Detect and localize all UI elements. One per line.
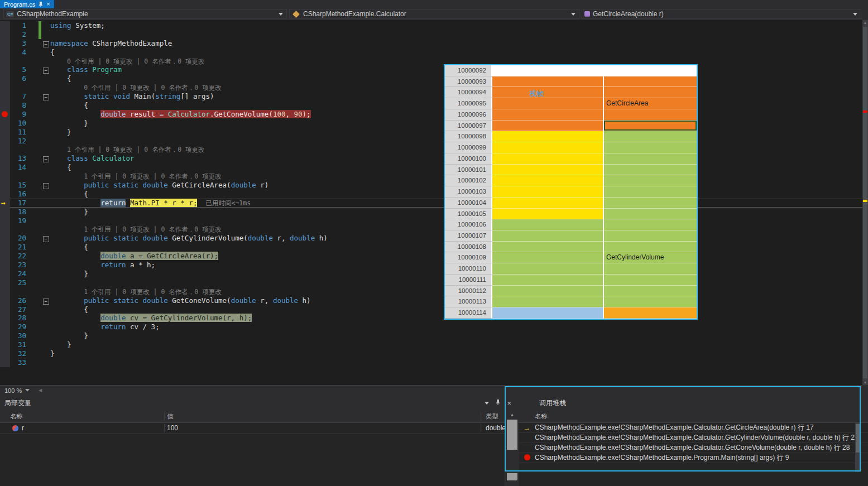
breakpoint-margin[interactable] xyxy=(0,57,10,66)
code-line[interactable]: 7− static void Main(string[] args) xyxy=(0,92,862,101)
breakpoint-margin[interactable] xyxy=(0,296,10,305)
codelens-text[interactable]: 1 个引用 | 0 项更改 | 0 名作者，0 项更改 xyxy=(67,146,204,153)
breakpoint-margin[interactable] xyxy=(0,261,10,270)
column-header-name[interactable]: 名称 xyxy=(535,412,548,421)
breakpoint-margin[interactable] xyxy=(0,208,10,216)
code-line[interactable]: 13− class Calculator xyxy=(0,154,862,163)
code-line[interactable]: 3−namespace CSharpMethodExample xyxy=(0,39,862,48)
scrollbar-thumb[interactable] xyxy=(863,27,867,378)
code-line[interactable]: 16 { xyxy=(0,190,862,199)
code-line[interactable]: 11 } xyxy=(0,128,862,137)
code-line[interactable]: 21 { xyxy=(0,243,862,252)
breakpoint-margin[interactable] xyxy=(0,305,10,314)
editor-vertical-scrollbar[interactable]: ▲ ▼ xyxy=(862,20,868,385)
breakpoint-margin[interactable] xyxy=(0,92,10,101)
code-line[interactable]: 8 { xyxy=(0,101,862,110)
code-line[interactable]: 25 xyxy=(0,278,862,287)
breakpoint-icon[interactable] xyxy=(2,111,8,117)
code-line[interactable]: 1using System; xyxy=(0,21,862,30)
variable-value-cell[interactable]: 100 xyxy=(165,424,481,432)
member-dropdown[interactable]: GetCircleArea(double r) xyxy=(582,9,861,19)
type-dropdown[interactable]: CSharpMethodExample.Calculator xyxy=(289,9,579,19)
column-header-value[interactable]: 值 xyxy=(165,412,481,421)
breakpoint-margin[interactable] xyxy=(0,349,10,358)
code-line[interactable]: 20− public static double GetCylinderVolu… xyxy=(0,234,862,243)
tab-program-cs[interactable]: Program.cs × xyxy=(0,0,54,8)
code-line[interactable]: →17 return Math.PI * r * r; 已用时间<=1ms xyxy=(0,199,862,208)
code-line[interactable]: 0 个引用 | 0 项更改 | 0 名作者，0 项更改 xyxy=(0,57,862,66)
code-line[interactable]: 0 个引用 | 0 项更改 | 0 名作者，0 项更改 xyxy=(0,83,862,92)
code-line[interactable]: 23 return a * h; xyxy=(0,261,862,270)
locals-scrollbar[interactable]: ▲ xyxy=(505,411,519,486)
breakpoint-margin[interactable] xyxy=(0,287,10,296)
code-line[interactable]: 1 个引用 | 0 项更改 | 0 名作者，0 项更改 xyxy=(0,225,862,234)
code-line[interactable]: 1 个引用 | 0 项更改 | 0 名作者，0 项更改 xyxy=(0,145,862,154)
code-line[interactable]: 28 double cv = GetCylinderVolume(r, h); xyxy=(0,314,862,323)
code-line[interactable]: 26− public static double GetConeVolume(d… xyxy=(0,296,862,305)
callstack-titlebar[interactable]: 调用堆栈 xyxy=(519,395,868,411)
breakpoint-margin[interactable] xyxy=(0,30,10,39)
breakpoint-margin[interactable] xyxy=(0,278,10,287)
collapse-icon[interactable]: − xyxy=(43,94,49,100)
breakpoint-margin[interactable] xyxy=(0,39,10,48)
pin-icon[interactable] xyxy=(39,2,43,7)
code-editor[interactable]: 1using System;23−namespace CSharpMethodE… xyxy=(0,20,862,385)
code-line[interactable]: 30 } xyxy=(0,331,862,340)
collapse-icon[interactable]: − xyxy=(43,299,49,305)
project-dropdown[interactable]: C# CSharpMethodExample xyxy=(3,9,287,19)
codelens-text[interactable]: 0 个引用 | 0 项更改 | 0 名作者，0 项更改 xyxy=(67,57,204,65)
breakpoint-margin[interactable] xyxy=(0,101,10,110)
codelens-text[interactable]: 1 个引用 | 0 项更改 | 0 名作者，0 项更改 xyxy=(84,225,221,233)
breakpoint-margin[interactable] xyxy=(0,119,10,128)
locals-titlebar[interactable]: 局部变量 × xyxy=(0,395,519,411)
callstack-scrollbar[interactable] xyxy=(855,423,861,472)
breakpoint-margin[interactable] xyxy=(0,243,10,252)
breakpoint-margin[interactable] xyxy=(0,270,10,278)
breakpoint-margin[interactable] xyxy=(0,163,10,172)
scroll-down-icon[interactable]: ▼ xyxy=(862,381,868,384)
breakpoint-margin[interactable] xyxy=(0,331,10,340)
breakpoint-margin[interactable] xyxy=(0,154,10,163)
column-header-name[interactable]: 名称 xyxy=(0,412,165,421)
zoom-control[interactable]: 100 % xyxy=(0,386,34,395)
breakpoint-margin[interactable] xyxy=(0,48,10,57)
breakpoint-margin[interactable] xyxy=(0,128,10,137)
code-line[interactable]: 22 double a = GetCircleArea(r); xyxy=(0,252,862,261)
code-line[interactable]: 9 double result = Calculator.GetConeVolu… xyxy=(0,110,862,119)
breakpoint-margin[interactable] xyxy=(0,252,10,261)
pin-icon[interactable] xyxy=(496,399,500,407)
collapse-icon[interactable]: − xyxy=(43,236,49,242)
code-line[interactable]: 2 xyxy=(0,30,862,39)
code-line[interactable]: 18 } xyxy=(0,208,862,216)
code-line[interactable]: 29 return cv / 3; xyxy=(0,323,862,331)
code-line[interactable]: 4{ xyxy=(0,48,862,57)
collapse-icon[interactable]: − xyxy=(43,68,49,74)
locals-row[interactable]: r100double xyxy=(0,423,519,434)
breakpoint-margin[interactable] xyxy=(0,181,10,190)
breakpoint-margin[interactable] xyxy=(0,74,10,83)
scrollbar-thumb[interactable] xyxy=(856,424,860,453)
breakpoint-margin[interactable] xyxy=(0,234,10,243)
close-icon[interactable]: × xyxy=(46,1,50,7)
breakpoint-margin[interactable] xyxy=(0,65,10,74)
code-line[interactable]: 1 个引用 | 0 项更改 | 0 名作者，0 项更改 xyxy=(0,172,862,181)
breakpoint-margin[interactable] xyxy=(0,358,10,367)
code-line[interactable]: 27 { xyxy=(0,305,862,314)
scroll-up-icon[interactable]: ▲ xyxy=(862,21,868,25)
scroll-up-icon[interactable]: ▲ xyxy=(505,412,519,417)
collapse-icon[interactable]: − xyxy=(43,183,49,189)
window-menu-chevron-icon[interactable] xyxy=(485,402,489,405)
breakpoint-margin[interactable] xyxy=(0,216,10,225)
breakpoint-margin[interactable] xyxy=(0,145,10,154)
code-line[interactable]: 19 xyxy=(0,216,862,225)
code-line[interactable]: 12 xyxy=(0,137,862,146)
code-line[interactable]: 32} xyxy=(0,349,862,358)
breakpoint-margin[interactable] xyxy=(0,172,10,181)
codelens-text[interactable]: 1 个引用 | 0 项更改 | 0 名作者，0 项更改 xyxy=(84,288,221,296)
code-line[interactable]: 1 个引用 | 0 项更改 | 0 名作者，0 项更改 xyxy=(0,287,862,296)
breakpoint-margin[interactable]: → xyxy=(0,199,10,208)
code-line[interactable]: 24 } xyxy=(0,270,862,278)
breakpoint-margin[interactable] xyxy=(0,340,10,349)
code-line[interactable]: 14 { xyxy=(0,163,862,172)
codelens-text[interactable]: 1 个引用 | 0 项更改 | 0 名作者，0 项更改 xyxy=(84,172,221,180)
